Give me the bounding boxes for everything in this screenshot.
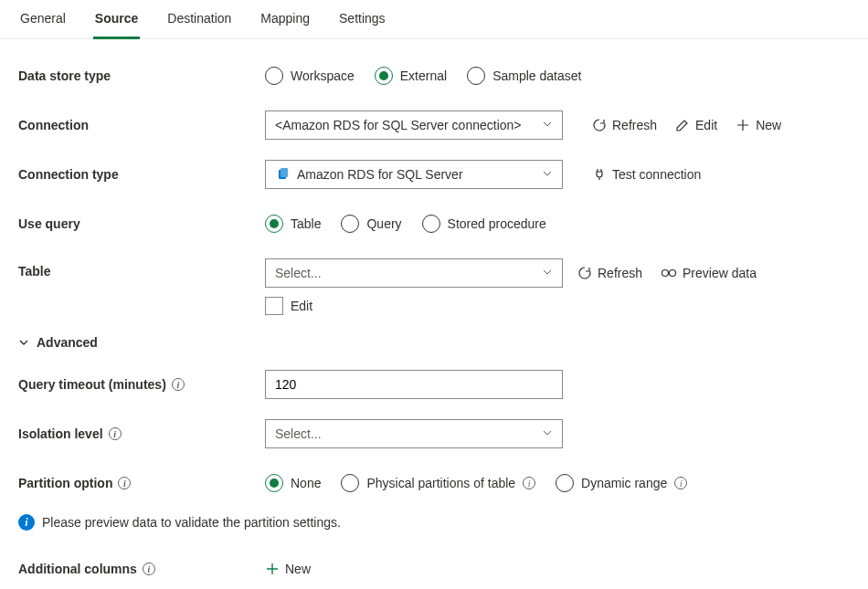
plus-icon: [736, 118, 750, 132]
info-icon: i: [18, 514, 35, 531]
query-timeout-input[interactable]: [275, 377, 553, 392]
label-data-store-type: Data store type: [18, 68, 265, 83]
refresh-table-label: Refresh: [598, 266, 642, 280]
table-select[interactable]: Select...: [265, 258, 563, 288]
isolation-level-placeholder: Select...: [275, 426, 322, 441]
preview-data-label: Preview data: [683, 266, 757, 280]
test-connection-button[interactable]: Test connection: [592, 167, 701, 182]
refresh-label: Refresh: [612, 118, 657, 132]
radio-sample-dataset[interactable]: Sample dataset: [467, 67, 581, 85]
preview-data-button[interactable]: Preview data: [661, 266, 757, 280]
radio-partition-physical[interactable]: Physical partitions of table i: [341, 474, 535, 492]
query-timeout-input-wrapper: [265, 370, 563, 399]
glasses-icon: [661, 268, 677, 279]
new-column-label: New: [285, 562, 311, 576]
edit-icon: [675, 118, 690, 132]
tab-settings[interactable]: Settings: [337, 11, 387, 38]
chevron-down-icon: [542, 118, 553, 132]
label-isolation-level: Isolation level i: [18, 426, 265, 441]
edit-table-checkbox[interactable]: [265, 297, 283, 315]
label-connection: Connection: [18, 118, 265, 132]
radio-stored-label: Stored procedure: [448, 216, 546, 231]
table-placeholder: Select...: [275, 266, 322, 280]
svg-point-2: [662, 270, 669, 277]
chevron-down-icon: [542, 426, 553, 441]
chevron-down-icon: [18, 337, 29, 348]
radio-workspace-label: Workspace: [291, 68, 355, 83]
partition-info-message: i Please preview data to validate the pa…: [18, 514, 850, 531]
connection-type-value: Amazon RDS for SQL Server: [297, 167, 463, 182]
chevron-down-icon: [542, 167, 553, 182]
chevron-down-icon: [542, 266, 553, 280]
edit-table-checkbox-label: Edit: [291, 299, 312, 313]
new-column-button[interactable]: New: [265, 562, 311, 576]
radio-table[interactable]: Table: [265, 215, 321, 233]
radio-stored-procedure[interactable]: Stored procedure: [422, 215, 546, 233]
help-icon[interactable]: i: [109, 427, 122, 440]
tab-destination[interactable]: Destination: [165, 11, 233, 38]
svg-point-3: [670, 270, 676, 277]
help-icon[interactable]: i: [523, 477, 535, 489]
label-query-timeout: Query timeout (minutes) i: [18, 377, 265, 392]
new-connection-button[interactable]: New: [736, 118, 781, 132]
database-icon: [275, 167, 290, 182]
test-connection-label: Test connection: [612, 167, 701, 182]
radio-external[interactable]: External: [375, 67, 447, 85]
help-icon[interactable]: i: [118, 477, 131, 489]
radio-none-label: None: [291, 476, 321, 490]
isolation-level-select[interactable]: Select...: [265, 419, 563, 448]
radio-group-data-store-type: Workspace External Sample dataset: [265, 67, 581, 85]
radio-group-use-query: Table Query Stored procedure: [265, 215, 546, 233]
advanced-label: Advanced: [37, 335, 98, 350]
tab-source[interactable]: Source: [93, 11, 140, 39]
radio-query[interactable]: Query: [341, 215, 401, 233]
radio-partition-dynamic[interactable]: Dynamic range i: [556, 474, 687, 492]
label-connection-type: Connection type: [18, 167, 265, 182]
radio-query-label: Query: [366, 216, 401, 231]
edit-label: Edit: [695, 118, 717, 132]
help-icon[interactable]: i: [674, 477, 687, 489]
connection-select[interactable]: <Amazon RDS for SQL Server connection>: [265, 110, 563, 140]
tab-mapping[interactable]: Mapping: [259, 11, 312, 38]
tab-general[interactable]: General: [18, 11, 68, 38]
refresh-connection-button[interactable]: Refresh: [592, 118, 657, 132]
advanced-toggle[interactable]: Advanced: [18, 335, 850, 350]
connection-value: <Amazon RDS for SQL Server connection>: [275, 118, 522, 132]
info-text: Please preview data to validate the part…: [42, 515, 341, 530]
edit-connection-button[interactable]: Edit: [675, 118, 717, 132]
radio-external-label: External: [400, 68, 447, 83]
radio-physical-label: Physical partitions of table: [366, 476, 515, 490]
new-label: New: [756, 118, 781, 132]
refresh-table-button[interactable]: Refresh: [577, 266, 642, 280]
label-table: Table: [18, 258, 265, 279]
label-partition-option: Partition option i: [18, 476, 265, 490]
radio-workspace[interactable]: Workspace: [265, 67, 355, 85]
label-use-query: Use query: [18, 216, 265, 231]
radio-dynamic-label: Dynamic range: [581, 476, 667, 490]
tabs: General Source Destination Mapping Setti…: [0, 0, 868, 39]
refresh-icon: [592, 118, 607, 132]
radio-group-partition: None Physical partitions of table i Dyna…: [265, 474, 687, 492]
help-icon[interactable]: i: [172, 378, 185, 391]
radio-table-label: Table: [291, 216, 321, 231]
plug-icon: [592, 167, 607, 182]
label-additional-columns: Additional columns i: [18, 562, 265, 576]
radio-sample-label: Sample dataset: [492, 68, 581, 83]
refresh-icon: [577, 266, 592, 280]
radio-partition-none[interactable]: None: [265, 474, 321, 492]
help-icon[interactable]: i: [143, 563, 155, 575]
svg-rect-1: [281, 168, 288, 177]
plus-icon: [265, 562, 280, 576]
connection-type-select[interactable]: Amazon RDS for SQL Server: [265, 160, 563, 189]
